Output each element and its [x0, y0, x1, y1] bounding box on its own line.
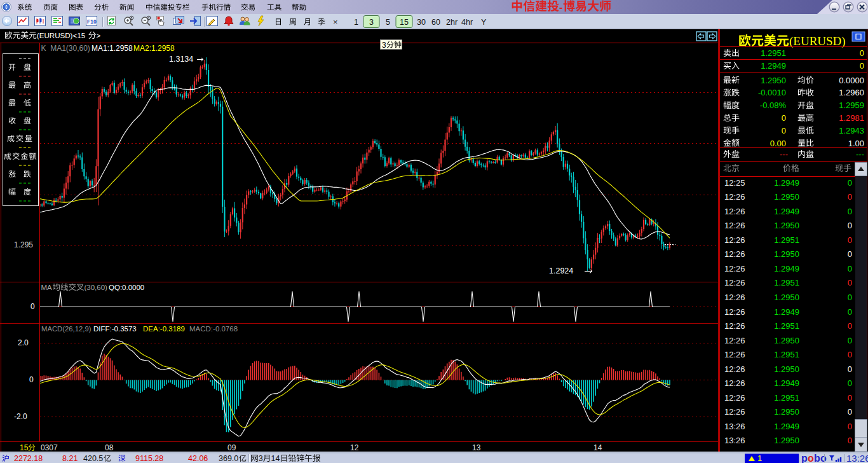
- svg-text:1.2949: 1.2949: [774, 207, 799, 216]
- svg-text:-2.0: -2.0: [14, 412, 27, 421]
- svg-text:9115.28: 9115.28: [135, 454, 163, 463]
- svg-text:1.2950: 1.2950: [774, 336, 799, 345]
- svg-text:MA2:1.2958: MA2:1.2958: [133, 44, 175, 53]
- svg-text:0: 0: [848, 321, 852, 331]
- svg-text:o: o: [808, 453, 814, 463]
- svg-text:0: 0: [848, 364, 852, 374]
- svg-text:42.06: 42.06: [188, 454, 208, 463]
- svg-text:2.0: 2.0: [18, 338, 29, 347]
- svg-text:0: 0: [860, 61, 864, 71]
- svg-text:3: 3: [382, 41, 386, 50]
- svg-text:>: >: [97, 31, 101, 39]
- svg-text:12:26: 12:26: [724, 321, 745, 331]
- svg-text:8.21: 8.21: [62, 454, 78, 463]
- svg-text:12:26: 12:26: [724, 249, 745, 259]
- svg-text:0307: 0307: [41, 443, 58, 452]
- svg-text:2hr: 2hr: [446, 18, 458, 27]
- svg-text:0: 0: [848, 207, 852, 216]
- svg-text:0: 0: [29, 375, 34, 384]
- svg-text:1.2949: 1.2949: [761, 61, 786, 71]
- svg-text:K MA1(30,60): K MA1(30,60): [41, 44, 90, 53]
- svg-text:12:26: 12:26: [724, 307, 745, 317]
- svg-text:1.2950: 1.2950: [774, 364, 799, 374]
- svg-text:12:26: 12:26: [724, 221, 745, 230]
- svg-text:0: 0: [848, 407, 852, 417]
- svg-text:1.2950: 1.2950: [774, 407, 799, 417]
- svg-text:08: 08: [105, 443, 114, 452]
- svg-text:0: 0: [848, 178, 852, 188]
- svg-text:1: 1: [354, 18, 358, 27]
- svg-text:1.295: 1.295: [14, 240, 33, 249]
- svg-text:1.2949: 1.2949: [774, 422, 799, 431]
- svg-text:12:26: 12:26: [724, 378, 745, 388]
- svg-text:1.2951: 1.2951: [774, 235, 799, 245]
- svg-text:12: 12: [350, 443, 359, 452]
- svg-text:0: 0: [31, 302, 35, 311]
- svg-text:0: 0: [848, 350, 852, 359]
- svg-text:MACD:-0.0768: MACD:-0.0768: [189, 325, 238, 333]
- svg-text:1.2959: 1.2959: [839, 100, 864, 110]
- svg-text:1.2951: 1.2951: [774, 321, 799, 331]
- svg-text:60: 60: [431, 18, 440, 27]
- svg-text:12:26: 12:26: [724, 350, 745, 359]
- svg-text:1.2960: 1.2960: [839, 88, 864, 97]
- svg-text:1: 1: [757, 453, 762, 463]
- svg-text:DIFF:-0.3573: DIFF:-0.3573: [93, 325, 137, 333]
- svg-text:1.2950: 1.2950: [774, 221, 799, 230]
- svg-text:0: 0: [860, 48, 864, 58]
- svg-text:1.2949: 1.2949: [774, 378, 799, 388]
- svg-text:p: p: [801, 453, 808, 463]
- svg-text:1.3134: 1.3134: [169, 55, 193, 64]
- svg-text:1.2949: 1.2949: [774, 178, 799, 188]
- svg-text:0: 0: [848, 422, 852, 431]
- svg-text:0: 0: [848, 221, 852, 230]
- svg-text:369.0: 369.0: [219, 454, 238, 463]
- svg-text:0: 0: [848, 264, 852, 273]
- svg-text:(EURUSD)<15: (EURUSD)<15: [37, 31, 85, 39]
- svg-text:-: -: [559, 1, 563, 13]
- svg-text:---: ---: [780, 149, 788, 159]
- svg-text:3: 3: [259, 454, 263, 463]
- svg-text:12:26: 12:26: [724, 207, 745, 216]
- svg-text:0: 0: [782, 113, 786, 123]
- svg-text:0.00: 0.00: [770, 139, 786, 148]
- svg-text:b: b: [814, 453, 820, 463]
- svg-text:12:26: 12:26: [724, 393, 745, 403]
- svg-text:1.2951: 1.2951: [774, 278, 799, 287]
- svg-text:0: 0: [848, 436, 852, 445]
- svg-text:12:26: 12:26: [724, 235, 745, 245]
- svg-text:F10: F10: [87, 18, 97, 25]
- svg-text:12:26: 12:26: [724, 364, 745, 374]
- svg-text:MA: MA: [41, 284, 53, 291]
- svg-text:13:26: 13:26: [846, 453, 868, 463]
- svg-text:15: 15: [20, 443, 29, 452]
- svg-text:1.2949: 1.2949: [774, 264, 799, 273]
- svg-text:0.0000: 0.0000: [839, 76, 864, 85]
- svg-text:12:26: 12:26: [724, 192, 745, 202]
- svg-text:(30,60): (30,60): [85, 284, 108, 291]
- svg-text:4hr: 4hr: [461, 18, 473, 27]
- svg-text:1.2949: 1.2949: [774, 307, 799, 317]
- svg-text:-0.0010: -0.0010: [758, 88, 786, 97]
- svg-text:×: ×: [333, 17, 338, 27]
- svg-text:DEA:-0.3189: DEA:-0.3189: [143, 325, 185, 333]
- svg-text:12:26: 12:26: [724, 336, 745, 345]
- svg-text:0: 0: [848, 393, 852, 403]
- svg-text:0: 0: [848, 192, 852, 202]
- svg-text:1.2950: 1.2950: [774, 192, 799, 202]
- svg-text:1.2950: 1.2950: [774, 249, 799, 259]
- svg-text:15: 15: [400, 18, 409, 27]
- svg-text:0: 0: [848, 307, 852, 317]
- svg-text:12:26: 12:26: [724, 407, 745, 417]
- svg-text:o: o: [820, 453, 827, 463]
- svg-text:---: ---: [856, 149, 864, 159]
- svg-text:0: 0: [848, 378, 852, 388]
- svg-text:12:26: 12:26: [724, 293, 745, 302]
- svg-text:14: 14: [593, 443, 602, 452]
- svg-text:13: 13: [472, 443, 481, 452]
- svg-text:5: 5: [386, 18, 390, 27]
- svg-text:14: 14: [271, 454, 280, 463]
- svg-text:2272.18: 2272.18: [14, 454, 43, 463]
- svg-text:1.2950: 1.2950: [774, 436, 799, 445]
- svg-text:1.2951: 1.2951: [761, 48, 786, 58]
